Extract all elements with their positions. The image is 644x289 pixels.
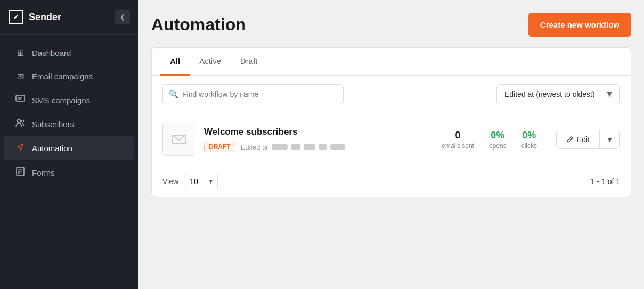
sidebar-item-subscribers[interactable]: Subscribers: [4, 112, 134, 136]
automation-icon: [15, 143, 26, 153]
email-icon: ✉: [15, 71, 26, 81]
workflow-actions: Edit ▼: [556, 130, 620, 149]
page-header: Automation Create new workflow: [151, 13, 631, 37]
sidebar: ✓ Sender ❮ ⊞ Dashboard ✉ Email campaigns: [0, 0, 138, 289]
sort-select-wrap: Edited at (newest to oldest) Edited at (…: [496, 84, 620, 104]
svg-point-3: [17, 119, 20, 122]
edit-icon: [566, 136, 574, 143]
sidebar-item-sms-campaigns[interactable]: SMS campaigns: [4, 88, 134, 112]
redacted-bar-5: [330, 144, 345, 150]
chevron-down-icon-edit: ▼: [606, 136, 613, 144]
view-label: View: [162, 177, 178, 186]
sidebar-item-label-email: Email campaigns: [32, 72, 93, 81]
workflow-name: Welcome subscribers: [204, 127, 433, 137]
edit-dropdown-button[interactable]: ▼: [599, 130, 620, 149]
workflow-icon: [162, 123, 195, 156]
per-page-select[interactable]: 10 25 50 100: [184, 174, 218, 189]
stat-clicks-value: 0%: [521, 130, 537, 141]
sidebar-item-label-dashboard: Dashboard: [32, 48, 71, 57]
sidebar-item-label-subscribers: Subscribers: [32, 120, 74, 129]
status-badge: DRAFT: [204, 142, 235, 152]
page-title: Automation: [151, 15, 246, 35]
sidebar-item-dashboard[interactable]: ⊞ Dashboard: [4, 42, 134, 64]
workflow-row: Welcome subscribers DRAFT Edited or: [152, 113, 631, 166]
redacted-bar-3: [304, 144, 315, 150]
svg-rect-0: [16, 95, 25, 101]
edit-label: Edit: [577, 135, 590, 144]
svg-line-10: [570, 138, 572, 139]
stat-opens-value: 0%: [489, 130, 507, 141]
search-input[interactable]: [162, 84, 344, 104]
sms-icon: [15, 95, 26, 105]
dashboard-icon: ⊞: [15, 48, 26, 58]
stat-emails-sent: 0 emails sent: [442, 130, 474, 150]
chevron-left-icon: ❮: [120, 13, 125, 21]
subscribers-icon: [15, 119, 26, 129]
sidebar-logo: ✓ Sender: [9, 10, 61, 24]
pagination-bar: View 10 25 50 100 ▼ 1 - 1 of 1: [152, 166, 631, 197]
filter-bar: 🔍 Edited at (newest to oldest) Edited at…: [152, 76, 631, 113]
sidebar-item-label-forms: Forms: [32, 168, 55, 177]
sidebar-header: ✓ Sender ❮: [0, 0, 138, 35]
sort-select[interactable]: Edited at (newest to oldest) Edited at (…: [496, 84, 620, 104]
forms-icon: [15, 167, 26, 178]
sidebar-logo-text: Sender: [29, 12, 61, 23]
svg-point-4: [21, 120, 23, 122]
create-workflow-button[interactable]: Create new workflow: [528, 13, 631, 37]
redacted-bar-1: [272, 144, 288, 150]
sidebar-item-forms[interactable]: Forms: [4, 160, 134, 185]
workflow-edited-label: Edited or: [241, 143, 345, 151]
search-icon: 🔍: [169, 89, 179, 99]
sidebar-item-automation[interactable]: Automation: [4, 136, 134, 160]
sidebar-item-label-automation: Automation: [32, 144, 72, 153]
workflows-card: All Active Draft 🔍 Edited at (newest to …: [151, 47, 631, 197]
stat-opens-label: opens: [489, 142, 507, 150]
main-content: Automation Create new workflow All Activ…: [138, 0, 644, 289]
per-page-wrap: 10 25 50 100 ▼: [184, 174, 218, 189]
sidebar-toggle-button[interactable]: ❮: [115, 10, 130, 24]
tab-draft[interactable]: Draft: [231, 48, 267, 76]
workflow-stats: 0 emails sent 0% opens 0% clicks: [442, 130, 537, 150]
sidebar-item-label-sms: SMS campaigns: [32, 96, 90, 105]
stat-clicks: 0% clicks: [521, 130, 537, 150]
workflow-meta: DRAFT Edited or: [204, 142, 433, 152]
workflow-info: Welcome subscribers DRAFT Edited or: [204, 127, 433, 152]
logo-icon: ✓: [9, 10, 23, 24]
stat-emails-label: emails sent: [442, 142, 474, 150]
search-wrap: 🔍: [162, 84, 344, 104]
edit-button[interactable]: Edit: [556, 130, 599, 149]
stat-opens: 0% opens: [489, 130, 507, 150]
sidebar-nav: ⊞ Dashboard ✉ Email campaigns SMS campai…: [0, 35, 138, 289]
redacted-bar-2: [291, 144, 300, 150]
redacted-bar-4: [319, 144, 327, 150]
pagination-range: 1 - 1 of 1: [591, 177, 620, 186]
stat-emails-value: 0: [442, 130, 474, 141]
tab-bar: All Active Draft: [152, 48, 631, 76]
stat-clicks-label: clicks: [521, 142, 537, 150]
view-wrap: View 10 25 50 100 ▼: [162, 174, 218, 189]
sidebar-item-email-campaigns[interactable]: ✉ Email campaigns: [4, 65, 134, 88]
tab-active[interactable]: Active: [190, 48, 231, 76]
tab-all[interactable]: All: [160, 48, 190, 76]
